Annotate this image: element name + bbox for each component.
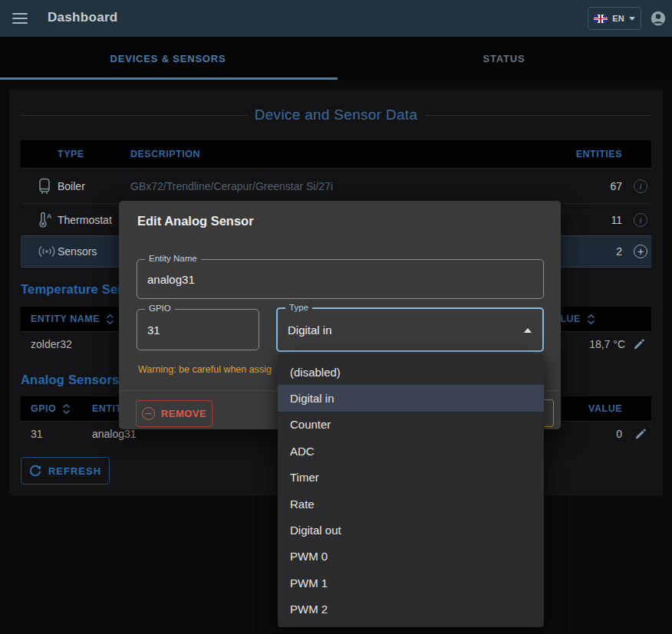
minus-circle-icon	[142, 407, 155, 420]
language-selector[interactable]: EN	[588, 7, 641, 30]
tab-status[interactable]: STATUS	[336, 37, 672, 80]
page-title: Dashboard	[48, 10, 118, 25]
warning-text: Warning: be careful when assig	[138, 364, 272, 375]
type-value: Digital in	[288, 324, 332, 337]
option-pwm-0[interactable]: PWM 0	[278, 544, 544, 570]
refresh-icon	[29, 465, 41, 477]
add-icon[interactable]: +	[634, 245, 647, 258]
info-icon[interactable]: i	[634, 213, 647, 227]
menu-icon[interactable]	[12, 13, 28, 24]
device-type: Boiler	[58, 180, 130, 192]
gpio-label: GPIO	[145, 304, 175, 313]
gpio-value: 31	[147, 324, 160, 337]
active-tab-indicator	[0, 77, 338, 80]
header-type: TYPE	[58, 149, 130, 159]
device-entities-count: 67	[545, 180, 630, 192]
sensor-gpio: 31	[31, 428, 92, 440]
header-description: DESCRIPTION	[130, 149, 545, 159]
gpio-field[interactable]: GPIO 31	[137, 309, 259, 350]
option-digital-in[interactable]: Digital in	[278, 385, 544, 411]
uk-flag-icon	[594, 15, 608, 23]
app-bar: Dashboard EN	[0, 0, 672, 37]
option-disabled[interactable]: (disabled)	[278, 359, 544, 385]
tab-devices-sensors[interactable]: DEVICES & SENSORS	[0, 37, 336, 80]
svg-text:A: A	[47, 212, 52, 220]
tab-bar: DEVICES & SENSORS STATUS	[0, 37, 672, 80]
chevron-up-icon	[524, 328, 532, 333]
option-pwm-1[interactable]: PWM 1	[278, 570, 544, 596]
thermostat-icon: A	[37, 212, 58, 228]
device-table-header: TYPE DESCRIPTION ENTITIES	[21, 140, 651, 168]
boiler-icon	[37, 178, 58, 195]
sort-icon[interactable]	[587, 314, 595, 324]
dialog-title: Edit Analog Sensor	[137, 214, 254, 228]
section-title-row: Device and Sensor Data	[21, 107, 651, 123]
header-gpio[interactable]: GPIO	[31, 403, 92, 414]
remove-button[interactable]: REMOVE	[136, 400, 212, 427]
option-adc[interactable]: ADC	[278, 438, 544, 464]
header-entities: ENTITIES	[545, 149, 630, 159]
type-dropdown-menu: (disabled) Digital in Counter ADC Timer …	[278, 354, 544, 627]
option-digital-out[interactable]: Digital out	[278, 517, 544, 543]
entity-name-value: analog31	[147, 273, 195, 286]
type-select[interactable]: Type Digital in	[276, 307, 544, 352]
edit-icon[interactable]	[628, 429, 651, 440]
chevron-down-icon	[629, 17, 635, 21]
option-timer[interactable]: Timer	[278, 465, 544, 491]
entity-name-label: Entity Name	[145, 254, 201, 263]
table-row-boiler: Boiler GBx72/Trendline/Cerapur/Greenstar…	[21, 168, 651, 203]
broadcast-icon	[37, 245, 58, 258]
info-icon[interactable]: i	[634, 179, 647, 193]
device-description: GBx72/Trendline/Cerapur/Greenstar Si/27i	[130, 180, 545, 192]
section-title: Device and Sensor Data	[255, 107, 418, 123]
option-counter[interactable]: Counter	[278, 412, 544, 438]
option-rate[interactable]: Rate	[278, 491, 544, 517]
refresh-button[interactable]: REFRESH	[21, 457, 110, 485]
account-icon[interactable]	[650, 10, 667, 27]
sort-icon[interactable]	[62, 404, 71, 414]
entity-name-field[interactable]: Entity Name analog31	[137, 259, 544, 299]
edit-icon[interactable]	[625, 339, 651, 350]
analog-section-title: Analog Sensors	[21, 373, 119, 387]
option-pwm-2[interactable]: PWM 2	[278, 596, 544, 623]
sort-icon[interactable]	[106, 314, 114, 324]
type-label: Type	[285, 303, 312, 312]
language-label: EN	[612, 14, 624, 23]
